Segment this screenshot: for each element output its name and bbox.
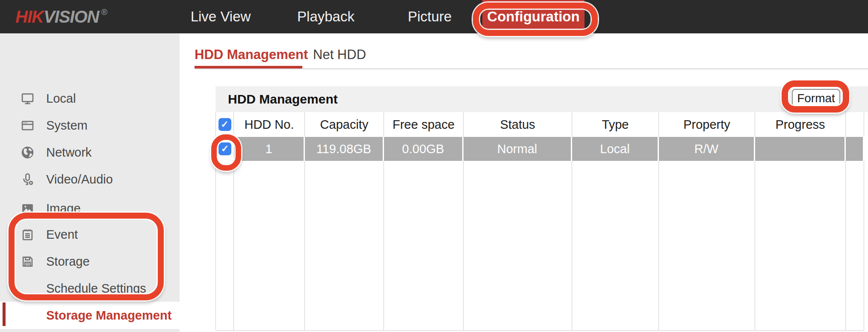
cell-progress[interactable] [755, 137, 846, 161]
row-checkbox-cell: ✓ [216, 137, 234, 161]
sidebar-item-event[interactable]: Event [0, 221, 180, 248]
cell-capacity[interactable]: 119.08GB [305, 137, 384, 161]
sidebar-item-network[interactable]: Network [0, 139, 180, 166]
panel-title: HDD Management [228, 86, 338, 112]
logo-hik: HIK [15, 7, 44, 27]
col-header-progress: Progress [755, 112, 846, 137]
tab-net-hdd[interactable]: Net HDD [313, 43, 366, 66]
cell-type[interactable]: Local [572, 137, 659, 161]
event-icon [21, 228, 35, 242]
select-all-checkbox[interactable]: ✓ [218, 118, 231, 131]
hdd-table: ✓ HDD No. Capacity Free space Status Typ… [216, 112, 864, 331]
sidebar-item-video-audio[interactable]: Video/Audio [0, 166, 180, 193]
sidebar-item-image[interactable]: Image [0, 195, 180, 222]
sidebar-item-label: Image [46, 202, 81, 216]
tab-divider-line [195, 68, 868, 69]
col-header-status: Status [464, 112, 572, 137]
microphone-icon [21, 172, 35, 187]
col-header-property: Property [659, 112, 755, 137]
sidebar-item-label: System [46, 119, 88, 133]
col-header-type: Type [572, 112, 659, 137]
sidebar-item-label: Storage Management [46, 308, 171, 323]
logo-vision: VISION [44, 7, 99, 27]
globe-icon [21, 145, 35, 160]
cell-status[interactable]: Normal [464, 137, 572, 161]
storage-icon [21, 255, 35, 269]
empty-cell [846, 161, 864, 330]
nav-playback[interactable]: Playback [297, 0, 354, 33]
check-icon: ✓ [221, 119, 228, 130]
sidebar-item-storage-management[interactable]: Storage Management [0, 302, 180, 329]
empty-cell [755, 161, 846, 330]
sidebar-item-label: Network [46, 145, 92, 160]
col-header-free-space: Free space [384, 112, 464, 137]
sidebar-item-label: Storage [46, 255, 90, 269]
hdd-management-panel-header: HDD Management [216, 86, 868, 112]
empty-cell [384, 161, 464, 330]
cell-row-spacer [846, 137, 864, 161]
image-icon [21, 202, 35, 216]
sidebar-item-local[interactable]: Local [0, 85, 180, 112]
sidebar-item-label: Event [46, 228, 78, 242]
col-header-hdd-no: HDD No. [234, 112, 305, 137]
nav-picture[interactable]: Picture [408, 0, 452, 33]
sidebar-item-storage[interactable]: Storage [0, 248, 180, 275]
sidebar-item-schedule-settings[interactable]: Schedule Settings [0, 275, 180, 302]
empty-cell [216, 161, 234, 330]
empty-cell [305, 161, 384, 330]
empty-cell [659, 161, 755, 330]
sidebar-item-label: Schedule Settings [46, 282, 146, 296]
registered-mark: ® [101, 7, 107, 17]
cell-property[interactable]: R/W [659, 137, 755, 161]
tab-hdd-management[interactable]: HDD Management [195, 43, 302, 66]
top-nav-bar: HIKVISION® Live View Playback Picture Co… [0, 0, 868, 33]
monitor-icon [21, 92, 35, 106]
col-header-spacer [846, 112, 864, 137]
check-icon: ✓ [221, 143, 229, 154]
empty-cell [234, 161, 305, 330]
col-header-capacity: Capacity [305, 112, 384, 137]
sidebar-item-system[interactable]: System [0, 112, 180, 139]
window-icon [21, 119, 35, 133]
empty-cell [572, 161, 659, 330]
sidebar-item-label: Local [46, 92, 76, 106]
nav-configuration-active[interactable]: Configuration [482, 0, 585, 33]
hikvision-logo: HIKVISION® [15, 0, 107, 33]
cell-hdd-no[interactable]: 1 [234, 137, 305, 161]
empty-cell [464, 161, 572, 330]
nav-live-view[interactable]: Live View [191, 0, 251, 33]
select-all-header-cell: ✓ [216, 112, 234, 137]
active-tab-underline [195, 66, 302, 68]
sidebar-item-label: Video/Audio [46, 172, 113, 187]
hikvision-web-ui: HIKVISION® Live View Playback Picture Co… [0, 0, 868, 332]
sidebar: Local System Net [0, 33, 180, 332]
cell-free-space[interactable]: 0.00GB [384, 137, 464, 161]
hdd-row-checkbox[interactable]: ✓ [218, 142, 231, 155]
selected-item-indicator [3, 302, 6, 326]
format-button[interactable]: Format [792, 89, 840, 108]
